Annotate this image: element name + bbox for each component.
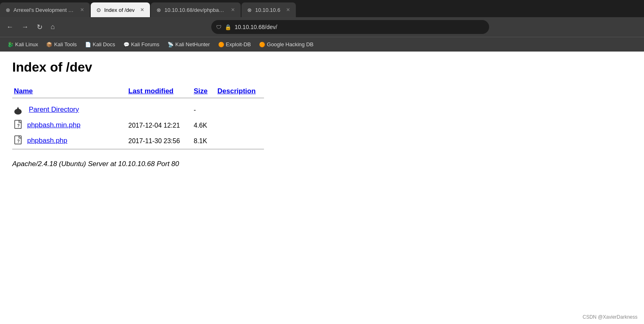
file-desc-cell: [216, 118, 264, 133]
browser-tab-tab1[interactable]: ⊗ Arrexel's Development Sit ✕: [0, 2, 90, 17]
file-unknown-icon: ?: [14, 135, 24, 147]
tab-label: 10.10.10.68/dev/phpbash.php: [164, 7, 225, 13]
svg-marker-1: [16, 107, 20, 110]
col-header-modified[interactable]: Last modified: [127, 85, 192, 98]
reload-button[interactable]: ↻: [34, 21, 45, 33]
file-name-cell: ? phpbash.php: [12, 133, 127, 149]
bookmark-icon: 📡: [168, 42, 174, 47]
file-link[interactable]: Parent Directory: [29, 106, 79, 113]
bookmark-icon: 🟠: [218, 42, 224, 47]
file-size-cell: 4.6K: [192, 118, 216, 133]
col-header-description[interactable]: Description: [216, 85, 264, 98]
separator-top: [12, 98, 264, 103]
separator-bottom: [12, 149, 264, 154]
page-content: Index of /dev Name Last modified Size De…: [0, 52, 644, 297]
forward-button[interactable]: →: [19, 21, 31, 33]
col-name-link[interactable]: Name: [14, 87, 33, 95]
security-icon: 🛡: [216, 24, 221, 30]
col-size-link[interactable]: Size: [194, 87, 208, 95]
file-unknown-icon: ?: [14, 120, 24, 131]
file-link[interactable]: phpbash.php: [27, 137, 67, 144]
address-bar[interactable]: 🛡 🔒 10.10.10.68/dev/: [211, 20, 489, 34]
browser-tab-tab2[interactable]: ⊙ Index of /dev ✕: [91, 2, 150, 17]
tab-close-button[interactable]: ✕: [286, 7, 290, 13]
bookmark-bm2[interactable]: 📦 Kali Tools: [43, 40, 80, 49]
toolbar: ← → ↻ ⌂ 🛡 🔒 10.10.10.68/dev/: [0, 17, 644, 37]
back-button[interactable]: ←: [4, 21, 16, 33]
bookmark-icon: 🟠: [259, 42, 265, 47]
tab-favicon: ⊗: [6, 7, 10, 13]
file-size-cell: -: [192, 102, 216, 118]
file-date-cell: 2017-12-04 12:21: [127, 118, 192, 133]
file-name-cell: ? phpbash.min.php: [12, 118, 127, 133]
table-row: ? phpbash.min.php 2017-12-04 12:21 4.6K: [12, 118, 264, 133]
browser-tab-tab4[interactable]: ⊗ 10.10.10.6 ✕: [242, 2, 295, 17]
file-date-cell: 2017-11-30 23:56: [127, 133, 192, 149]
svg-rect-2: [18, 110, 18, 112]
apache-footer: Apache/2.4.18 (Ubuntu) Server at 10.10.1…: [12, 160, 632, 168]
file-desc-cell: [216, 133, 264, 149]
bookmark-label: Kali Linux: [15, 41, 38, 47]
bookmark-label: Kali Docs: [93, 41, 115, 47]
tab-close-button[interactable]: ✕: [80, 7, 84, 13]
bookmark-label: Kali Tools: [54, 41, 76, 47]
address-text[interactable]: 10.10.10.68/dev/: [235, 24, 484, 30]
bookmark-bm5[interactable]: 📡 Kali NetHunter: [164, 40, 213, 49]
svg-text:?: ?: [17, 124, 20, 128]
table-row: Parent Directory -: [12, 102, 264, 118]
table-header-row: Name Last modified Size Description: [12, 85, 264, 98]
tab-label: Arrexel's Development Sit: [13, 7, 74, 13]
file-link[interactable]: phpbash.min.php: [27, 121, 80, 129]
bookmark-icon: 💬: [123, 42, 130, 47]
bookmark-icon: 🐉: [7, 42, 13, 47]
bookmark-bm7[interactable]: 🟠 Google Hacking DB: [256, 40, 317, 49]
tab-close-button[interactable]: ✕: [140, 7, 144, 13]
home-button[interactable]: ⌂: [48, 21, 57, 33]
tab-bar: ⊗ Arrexel's Development Sit ✕ ⊙ Index of…: [0, 0, 644, 17]
tab-favicon: ⊗: [247, 7, 252, 13]
bookmark-label: Google Hacking DB: [267, 41, 313, 47]
bookmark-bm6[interactable]: 🟠 Exploit-DB: [215, 40, 254, 49]
directory-table: Name Last modified Size Description: [12, 85, 264, 153]
tab-close-button[interactable]: ✕: [231, 7, 235, 13]
bookmarks-bar: 🐉 Kali Linux 📦 Kali Tools 📄 Kali Docs 💬 …: [0, 37, 644, 52]
browser-chrome: ⊗ Arrexel's Development Sit ✕ ⊙ Index of…: [0, 0, 644, 52]
lock-icon: 🔒: [225, 24, 231, 30]
col-desc-link[interactable]: Description: [217, 87, 256, 95]
file-desc-cell: [216, 102, 264, 118]
file-date-cell: [127, 102, 192, 118]
browser-tab-tab3[interactable]: ⊗ 10.10.10.68/dev/phpbash.php ✕: [151, 2, 241, 17]
tab-favicon: ⊗: [157, 7, 161, 13]
col-header-size[interactable]: Size: [192, 85, 216, 98]
bookmark-bm3[interactable]: 📄 Kali Docs: [82, 40, 119, 49]
bookmark-bm1[interactable]: 🐉 Kali Linux: [4, 40, 41, 49]
bookmark-icon: 📄: [85, 42, 91, 47]
tab-label: Index of /dev: [104, 7, 134, 13]
folder-up-icon: [14, 104, 25, 116]
file-name-cell: Parent Directory: [12, 102, 127, 118]
tab-favicon: ⊙: [96, 7, 101, 13]
page-title: Index of /dev: [12, 60, 632, 75]
bookmark-label: Exploit-DB: [226, 41, 251, 47]
tab-label: 10.10.10.6: [255, 7, 280, 13]
bookmark-label: Kali Forums: [131, 41, 159, 47]
bookmark-bm4[interactable]: 💬 Kali Forums: [120, 40, 163, 49]
bookmark-icon: 📦: [46, 42, 52, 47]
svg-text:?: ?: [17, 139, 20, 144]
col-modified-link[interactable]: Last modified: [128, 87, 174, 95]
table-row: ? phpbash.php 2017-11-30 23:56 8.1K: [12, 133, 264, 149]
bookmark-label: Kali NetHunter: [175, 41, 210, 47]
file-size-cell: 8.1K: [192, 133, 216, 149]
col-header-name[interactable]: Name: [12, 85, 127, 98]
